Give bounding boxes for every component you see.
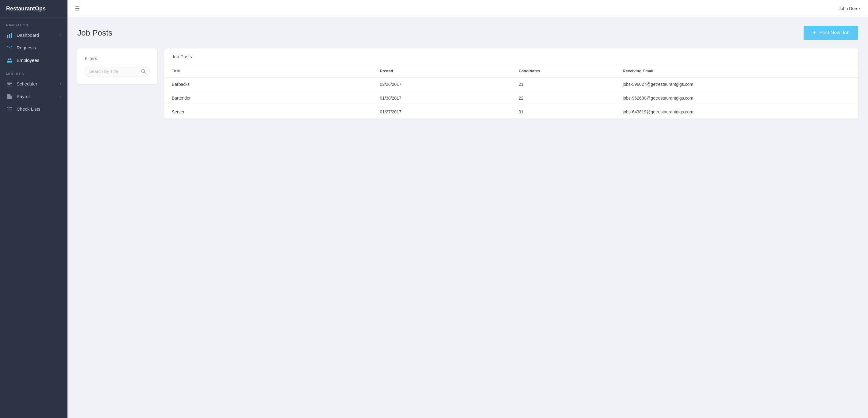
job-posted: 01/27/2017 [373,105,511,119]
svg-rect-9 [8,84,8,85]
job-candidates: 31 [511,105,615,119]
envelope-icon [6,46,13,50]
search-icon [141,69,146,74]
svg-rect-20 [8,111,12,111]
job-email: jobs-643819@getrestaurantgigs.com [615,105,858,119]
svg-rect-18 [8,109,12,109]
page-title: Job Posts [77,28,112,38]
app-logo: RestaurantOps [0,0,67,18]
job-candidates: 21 [511,77,615,91]
nav-section-label: Navigation [0,18,67,29]
svg-rect-10 [9,84,10,85]
job-posts-table: Title Posted Candidates Receiving Email … [164,65,858,118]
svg-rect-0 [7,35,8,38]
sidebar: RestaurantOps Navigation Dashboard › Req… [0,0,67,418]
svg-rect-8 [7,83,12,84]
search-wrapper [85,66,150,77]
svg-rect-7 [11,81,11,83]
col-header-email: Receiving Email [615,65,858,77]
svg-rect-11 [11,84,11,85]
table-card-header: Job Posts [164,48,858,65]
filters-card: Filters [77,48,157,84]
calendar-icon [6,81,13,86]
svg-rect-13 [8,97,10,98]
col-header-candidates: Candidates [511,65,615,77]
sidebar-item-label: Payroll [17,94,31,99]
page-header: Job Posts + Post New Job [77,26,858,40]
col-header-title: Title [164,65,373,77]
sidebar-item-label: Employees [17,58,39,63]
table-header-row: Title Posted Candidates Receiving Email [164,65,858,77]
job-title: Barbacks [164,77,373,91]
job-title: Bartender [164,91,373,105]
col-header-posted: Posted [373,65,511,77]
post-new-job-label: Post New Job [819,30,849,36]
svg-rect-19 [7,111,8,111]
chevron-right-icon: › [60,94,61,99]
modules-section-label: Modules [0,67,67,77]
table-row[interactable]: Barbacks 02/26/2017 21 jobs-596027@getre… [164,77,858,91]
job-candidates: 22 [511,91,615,105]
sidebar-item-dashboard[interactable]: Dashboard › [0,29,67,41]
sidebar-item-checklists[interactable]: Check Lists [0,103,67,115]
sidebar-item-scheduler[interactable]: Scheduler › [0,77,67,90]
main-content: ☰ John Doe ▾ Job Posts + Post New Job Fi… [67,0,868,418]
job-posts-card: Job Posts Title Posted Candidates Receiv… [164,48,858,118]
svg-rect-16 [8,107,12,108]
svg-rect-15 [7,107,8,108]
topbar: ☰ John Doe ▾ [67,0,868,17]
post-new-job-button[interactable]: + Post New Job [804,26,858,40]
chevron-right-icon: › [60,82,61,86]
svg-point-4 [10,58,12,60]
sidebar-item-label: Requests [17,45,36,50]
svg-rect-17 [7,109,8,109]
bar-chart-icon [6,33,13,38]
chevron-right-icon: › [60,33,61,37]
sidebar-item-employees[interactable]: Employees [0,54,67,67]
job-posted: 02/26/2017 [373,77,511,91]
document-icon [6,94,13,99]
svg-point-21 [142,70,145,73]
sidebar-item-label: Check Lists [17,106,40,111]
svg-line-22 [145,72,146,74]
hamburger-icon[interactable]: ☰ [75,5,80,12]
content-row: Filters Job Posts [77,48,858,118]
job-posted: 01/30/2017 [373,91,511,105]
sidebar-item-label: Scheduler [17,81,37,86]
chevron-down-icon: ▾ [859,6,861,10]
list-icon [6,107,13,111]
table-row[interactable]: Bartender 01/30/2017 22 jobs-962680@getr… [164,91,858,105]
svg-rect-14 [8,98,10,98]
job-email: jobs-962680@getrestaurantgigs.com [615,91,858,105]
user-name: John Doe [839,6,857,11]
sidebar-item-payroll[interactable]: Payroll › [0,90,67,103]
table-row[interactable]: Server 01/27/2017 31 jobs-643819@getrest… [164,105,858,119]
search-button[interactable] [141,69,146,74]
filters-title: Filters [85,56,150,61]
svg-rect-6 [8,81,8,83]
svg-rect-2 [11,33,12,38]
sidebar-item-label: Dashboard [17,33,39,38]
svg-rect-12 [8,96,11,97]
plus-icon: + [812,29,816,37]
user-menu[interactable]: John Doe ▾ [839,6,861,11]
svg-rect-1 [9,34,10,38]
sidebar-item-requests[interactable]: Requests [0,41,67,54]
search-input[interactable] [85,66,150,77]
people-icon [6,58,13,63]
svg-point-3 [8,59,9,60]
page-content: Job Posts + Post New Job Filters [67,17,868,418]
job-email: jobs-596027@getrestaurantgigs.com [615,77,858,91]
job-title: Server [164,105,373,119]
